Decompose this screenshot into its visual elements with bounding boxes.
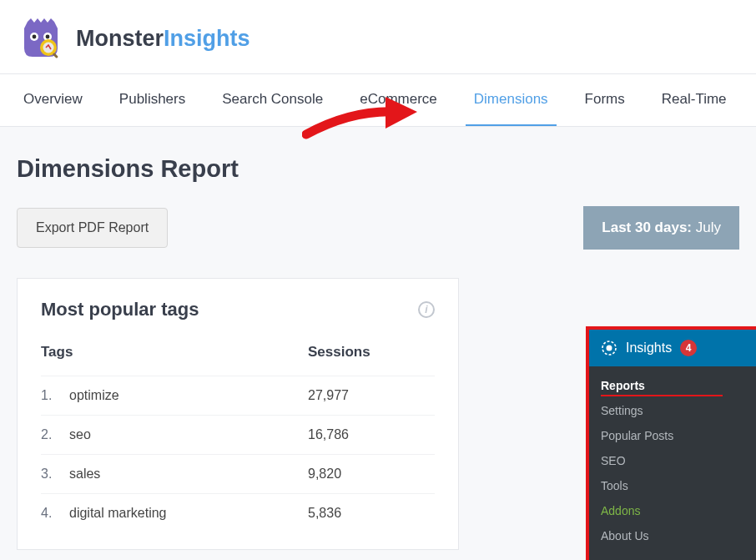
table-row: 3. sales 9,820: [41, 454, 435, 493]
page-title: Dimensions Report: [17, 155, 739, 183]
logo-text: MonsterInsights: [76, 26, 250, 52]
table-header: Tags Sessions: [41, 344, 435, 376]
notification-badge: 4: [680, 340, 697, 356]
info-icon[interactable]: i: [418, 301, 435, 318]
col-header-tags: Tags: [41, 344, 308, 361]
svg-point-8: [607, 346, 612, 351]
table-row: 4. digital marketing 5,836: [41, 493, 435, 532]
wp-sidebar-menu: Insights 4 Reports Settings Popular Post…: [586, 326, 756, 560]
submenu-popular-posts[interactable]: Popular Posts: [589, 423, 756, 448]
tab-search-console[interactable]: Search Console: [214, 74, 331, 126]
tab-ecommerce[interactable]: eCommerce: [351, 74, 446, 126]
submenu-settings[interactable]: Settings: [589, 398, 756, 423]
submenu-about-us[interactable]: About Us: [589, 523, 756, 548]
svg-point-5: [43, 43, 54, 53]
svg-point-1: [33, 35, 37, 39]
logo-mark: [21, 18, 64, 58]
wp-menu-insights[interactable]: Insights 4: [589, 330, 756, 366]
tab-overview[interactable]: Overview: [15, 74, 91, 126]
submenu-tools[interactable]: Tools: [589, 473, 756, 498]
card-title: Most popular tags: [41, 299, 199, 320]
svg-point-3: [46, 35, 50, 39]
tab-publishers[interactable]: Publishers: [111, 74, 194, 126]
page-actions: Export PDF Report Last 30 days: July: [17, 206, 739, 250]
submenu-reports[interactable]: Reports: [589, 373, 756, 398]
col-header-sessions: Sessions: [308, 344, 435, 361]
wp-submenu: Reports Settings Popular Posts SEO Tools…: [589, 366, 756, 560]
popular-tags-card: Most popular tags i Tags Sessions 1. opt…: [17, 278, 459, 550]
submenu-seo[interactable]: SEO: [589, 448, 756, 473]
brand-header: MonsterInsights: [0, 0, 756, 73]
tab-real-time[interactable]: Real-Time: [653, 74, 735, 126]
table-row: 1. optimize 27,977: [41, 376, 435, 415]
report-tabs: Overview Publishers Search Console eComm…: [0, 73, 756, 127]
export-pdf-button[interactable]: Export PDF Report: [17, 208, 168, 248]
tab-dimensions[interactable]: Dimensions: [466, 74, 557, 126]
wp-menu-label: Insights: [626, 341, 672, 356]
table-row: 2. seo 16,786: [41, 415, 435, 454]
submenu-addons[interactable]: Addons: [589, 498, 756, 523]
insights-icon: [601, 340, 617, 356]
date-range-button[interactable]: Last 30 days: July: [583, 206, 739, 250]
tab-forms[interactable]: Forms: [577, 74, 633, 126]
